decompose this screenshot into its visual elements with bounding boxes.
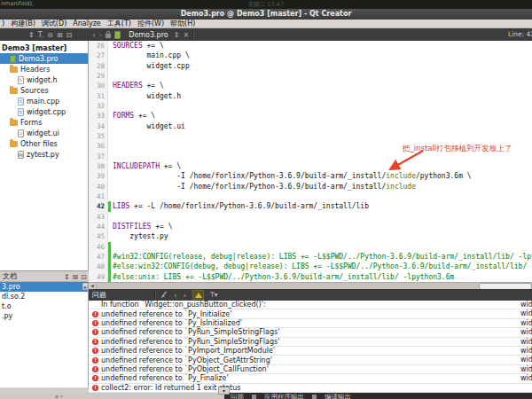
- sidebar-close-icon[interactable]: ⊡: [66, 31, 73, 39]
- issue-row-3[interactable]: !undefined reference to `PyRun_SimpleStr…: [89, 328, 532, 337]
- code-line-39[interactable]: 39 -I /home/forlinx/Python-3.6.9/build-a…: [89, 171, 532, 181]
- issues-panel-title[interactable]: 问题: [89, 290, 154, 300]
- line-number[interactable]: 42: [89, 201, 108, 211]
- issue-row-7[interactable]: !undefined reference to `PyObject_CallFu…: [89, 365, 532, 374]
- line-number[interactable]: 44: [89, 222, 108, 231]
- issue-row-0[interactable]: In function `Widget::on_pushButton_click…: [89, 301, 532, 309]
- issue-row-9[interactable]: !collect2: error: ld returned 1 exit sta…: [89, 384, 532, 393]
- line-number[interactable]: 48: [89, 262, 108, 271]
- menu-item-d[interactable]: 调试(D): [42, 20, 66, 27]
- tree-item-other-files[interactable]: Other files: [0, 138, 88, 149]
- open-doc-3-pro[interactable]: 3.pro: [0, 282, 88, 292]
- go-back-icon[interactable]: ‹: [92, 30, 96, 39]
- line-number[interactable]: 47: [89, 252, 108, 262]
- line-number[interactable]: 39: [89, 171, 108, 181]
- code-line-49[interactable]: 49#else:unix: LIBS += -L$$PWD/../Python-…: [89, 272, 532, 282]
- output-pane-item[interactable]: 应用程序输出: [264, 393, 304, 399]
- code-line-43[interactable]: 43: [89, 212, 532, 222]
- issue-row-1[interactable]: !undefined reference to `Py_Initialize'w…: [89, 309, 532, 318]
- tree-item-demo3-master[interactable]: Demo3 [master]: [0, 43, 88, 53]
- code-line-31[interactable]: 31 widget.h: [89, 91, 532, 101]
- line-number[interactable]: 36: [89, 141, 108, 151]
- line-number[interactable]: 40: [89, 182, 108, 192]
- go-forward-icon[interactable]: ›: [99, 30, 103, 39]
- code-line-33[interactable]: 33FORMS += \: [89, 111, 532, 121]
- tree-item-zytest-py[interactable]: pyzytest.py: [0, 149, 88, 160]
- menu-item-t[interactable]: 工具(T): [107, 20, 131, 27]
- line-number[interactable]: 34: [89, 121, 108, 131]
- issue-row-6[interactable]: !undefined reference to `PyObject_GetAtt…: [89, 356, 532, 364]
- tree-item-widget-cpp[interactable]: Cwidget.cpp: [0, 106, 88, 117]
- menu-item-b[interactable]: 构建(B): [11, 20, 35, 27]
- code-line-30[interactable]: 30HEADERS += \: [89, 81, 532, 90]
- tree-item-forms[interactable]: Forms: [0, 117, 88, 128]
- docs-sort-icon[interactable]: ↕: [64, 272, 70, 282]
- line-number[interactable]: 46: [89, 242, 108, 252]
- next-item-icon[interactable]: ›: [184, 291, 187, 300]
- code-line-47[interactable]: 47#win32:CONFIG(release, debug|release):…: [89, 252, 532, 262]
- code-line-28[interactable]: 28 widget.cpp: [89, 61, 532, 71]
- line-number[interactable]: 30: [89, 81, 108, 90]
- line-number[interactable]: 27: [89, 51, 108, 60]
- sidebar-filter-icon[interactable]: T.: [38, 31, 43, 39]
- tree-item-widget-h[interactable]: hwidget.h: [0, 74, 88, 85]
- docs-split-icon[interactable]: ⊞: [73, 272, 79, 282]
- code-line-48[interactable]: 48#else:win32:CONFIG(debug, debug|releas…: [89, 262, 532, 271]
- sidebar-sync-icon[interactable]: ⊖: [47, 31, 53, 39]
- scroll-left-icon[interactable]: ◀: [89, 283, 97, 289]
- line-number[interactable]: 29: [89, 71, 108, 81]
- tree-item-main-cpp[interactable]: Cmain.cpp: [0, 96, 88, 106]
- line-number[interactable]: 26: [89, 41, 108, 51]
- menu-item-w[interactable]: 控件(W): [137, 20, 164, 27]
- code-line-27[interactable]: 27 main.cpp \: [89, 51, 532, 60]
- editor-horizontal-scrollbar[interactable]: ◀: [89, 282, 532, 289]
- code-line-32[interactable]: 32: [89, 101, 532, 111]
- code-editor[interactable]: 26SOURCES += \27 main.cpp \28 widget.cpp…: [89, 41, 532, 282]
- line-number[interactable]: 28: [89, 61, 108, 71]
- code-line-29[interactable]: 29: [89, 71, 532, 81]
- code-line-44[interactable]: 44DISTFILES += \: [89, 222, 532, 231]
- line-number[interactable]: 49: [89, 272, 108, 282]
- line-number[interactable]: 38: [89, 161, 108, 171]
- show-warnings-toggle[interactable]: [192, 290, 204, 300]
- line-number[interactable]: 45: [89, 231, 108, 241]
- close-document-icon[interactable]: ×: [183, 31, 189, 39]
- code-line-38[interactable]: 38INCLUDEPATH += \: [89, 161, 532, 171]
- category-filter-icon[interactable]: T▾: [210, 291, 217, 299]
- line-number[interactable]: 31: [89, 91, 108, 101]
- tree-item-sources[interactable]: Sources: [0, 85, 88, 96]
- output-pane-item[interactable]: 编译输出: [325, 393, 351, 399]
- sidebar-split-icon[interactable]: ↕: [28, 31, 35, 39]
- issue-row-8[interactable]: !undefined reference to `Py_Finalize'wid…: [89, 374, 532, 383]
- output-pane-item[interactable]: 问题: [231, 393, 244, 399]
- tree-item-headers[interactable]: Headers: [0, 64, 88, 74]
- line-number[interactable]: 43: [89, 212, 108, 222]
- line-number[interactable]: 32: [89, 101, 108, 111]
- line-number[interactable]: 33: [89, 111, 108, 121]
- issue-row-2[interactable]: !undefined reference to `Py_IsInitialize…: [89, 319, 532, 328]
- code-line-41[interactable]: 41: [89, 192, 532, 201]
- issue-row-5[interactable]: !undefined reference to `PyImport_Import…: [89, 347, 532, 356]
- clean-icon[interactable]: [160, 291, 168, 299]
- line-number[interactable]: 37: [89, 152, 108, 161]
- previous-item-icon[interactable]: ‹: [174, 291, 177, 300]
- code-line-40[interactable]: 40 -I /home/forlinx/Python-3.6.9/build-a…: [89, 182, 532, 192]
- line-number[interactable]: 41: [89, 192, 108, 201]
- code-line-46[interactable]: 46: [89, 242, 532, 252]
- open-doc-dl-so-2[interactable]: dl.so.2: [0, 292, 88, 301]
- code-line-26[interactable]: 26SOURCES += \: [89, 41, 532, 51]
- issue-row-4[interactable]: !undefined reference to `PyRun_SimpleStr…: [89, 338, 532, 347]
- docs-close-icon[interactable]: ⊡: [81, 272, 87, 282]
- code-line-35[interactable]: 35: [89, 131, 532, 141]
- open-doc-t-o[interactable]: t.o: [0, 301, 88, 311]
- tree-item-widget-ui[interactable]: uiwidget.ui: [0, 128, 88, 138]
- window-titlebar[interactable]: Demo3.pro @ Demo3 [master] - Qt Creator: [0, 9, 532, 20]
- menu-item-analyze[interactable]: Analyze: [73, 20, 101, 27]
- code-line-34[interactable]: 34 widget.ui: [89, 121, 532, 131]
- docs-scroll-up-icon[interactable]: ▲: [82, 283, 88, 290]
- editor-tab-label[interactable]: Demo3.pro: [127, 31, 170, 39]
- sidebar-add-icon[interactable]: ⊞: [57, 31, 63, 39]
- document-dropdown-icon[interactable]: ↕: [174, 31, 180, 39]
- menu-item-item[interactable]: ): [2, 20, 4, 27]
- tree-item-demo3-pro[interactable]: Demo3.pro: [0, 53, 88, 64]
